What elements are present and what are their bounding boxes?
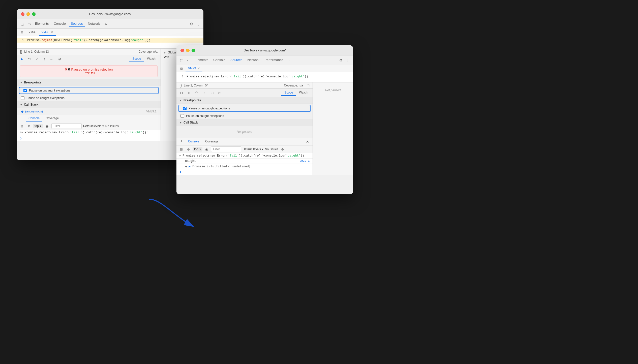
pause-caught-item-1[interactable]: Pause on caught exceptions (17, 95, 161, 101)
ban-icon-2[interactable]: ⊘ (186, 146, 191, 152)
tab-network-1[interactable]: Network (86, 21, 102, 27)
sidebar-toggle-icon-1[interactable]: ⊟ (19, 29, 25, 35)
maximize-button-2[interactable] (192, 49, 195, 52)
eye-icon-2[interactable]: ◉ (204, 146, 209, 152)
more-tabs-icon-2[interactable]: » (286, 57, 292, 63)
tab-sources-2[interactable]: Sources (228, 57, 245, 63)
close-button-1[interactable] (21, 12, 24, 16)
pause-uncaught-checkbox-1[interactable] (23, 89, 27, 92)
maximize-button-1[interactable] (32, 12, 36, 16)
format-icon-2[interactable]: {} (179, 83, 182, 87)
status-position-2: Line 1, Column 54 (184, 84, 208, 87)
scope-tab-2[interactable]: Scope (281, 90, 296, 96)
tab-console-1[interactable]: Console (52, 21, 68, 27)
device-icon-2[interactable]: ▭ (186, 57, 192, 63)
top-select-2[interactable]: top ▾ (193, 147, 202, 151)
top-select-1[interactable]: top ▾ (33, 124, 43, 128)
pause-caught-checkbox-2[interactable] (180, 114, 184, 118)
deactivate-btn-2[interactable]: ⊘ (216, 90, 222, 96)
console-output-1: ▶ Promise.reject(new Error('fail')).catc… (17, 130, 161, 141)
eye-icon-1[interactable]: ◉ (44, 123, 50, 129)
more-options-icon-2[interactable]: ⋮ (345, 57, 351, 63)
sidebar-toggle-icon-2[interactable]: ⊟ (178, 66, 185, 72)
pause-caught-item-2[interactable]: Pause on caught exceptions (176, 113, 313, 119)
tab-console-2[interactable]: Console (211, 57, 227, 63)
file-tab-vm39-close[interactable]: ✕ (51, 30, 53, 34)
breakpoints-section-2: ▼ Breakpoints Pause on uncaught exceptio… (176, 97, 313, 119)
expand-icon-2a[interactable]: ▶ (179, 154, 181, 157)
console-dots-2[interactable]: ⋮ (178, 139, 185, 145)
resume-btn-1[interactable]: ▶ (19, 56, 25, 62)
vm29-loc-2[interactable]: VM29:1 (299, 159, 310, 162)
device-icon[interactable]: ▭ (26, 21, 32, 27)
step-out-btn-1[interactable]: ↑ (42, 56, 48, 62)
pause-uncaught-item-1[interactable]: Pause on uncaught exceptions (19, 87, 159, 94)
window-controls-2[interactable] (180, 49, 195, 52)
step-btn-1[interactable]: →↓ (49, 56, 55, 62)
call-stack-label-2: Call Stack (184, 121, 198, 124)
more-tabs-icon-1[interactable]: » (103, 21, 109, 27)
file-tab-vm30[interactable]: VM30 (26, 29, 39, 36)
settings-gear-icon-1[interactable]: ⚙ (188, 21, 194, 27)
settings-gear-icon-2[interactable]: ⚙ (338, 57, 344, 63)
deactivate-btn-1[interactable]: ⊘ (57, 56, 63, 62)
call-stack-item-1[interactable]: ◆ (anonymous) VM39:1 (17, 108, 161, 115)
console-tab-2[interactable]: Console (186, 138, 202, 145)
code-content-1: Promise.reject(new Error('fail')).catch(… (27, 39, 150, 42)
tab-elements-1[interactable]: Elements (33, 21, 51, 27)
expand-icon-1[interactable]: ▶ (20, 131, 23, 134)
sidebar-toggle-console-1[interactable]: ⊟ (19, 123, 24, 129)
minimize-button-2[interactable] (186, 49, 190, 52)
step-out-btn-2[interactable]: →↓ (209, 90, 215, 96)
scope-tab-1[interactable]: Scope (129, 56, 144, 62)
columns-icon-2[interactable]: ⊟ (178, 90, 185, 96)
close-console-icon-2[interactable]: ✕ (305, 139, 311, 145)
step-over-btn-1[interactable]: ↷ (26, 56, 33, 62)
pause-uncaught-checkbox-2[interactable] (183, 107, 187, 110)
filter-input-2[interactable] (211, 146, 241, 152)
coverage-status-1: Coverage: n/a (139, 50, 158, 53)
coverage-icon-2[interactable]: ⬚ (307, 84, 310, 87)
coverage-tab-1[interactable]: Coverage (43, 115, 61, 122)
settings-icon-2[interactable]: ⚙ (280, 146, 285, 152)
main-toolbar-2: ⬚ ▭ Elements Console Sources Network Per… (176, 55, 353, 65)
default-levels-1[interactable]: Default levels ▾ (83, 124, 104, 128)
sidebar-toggle-console-2[interactable]: ⊟ (178, 146, 184, 152)
watch-tab-1[interactable]: Watch (144, 56, 159, 62)
resume-btn-2[interactable]: ▶ (186, 90, 192, 96)
titlebar-2: DevTools - www.google.com/ (176, 45, 353, 55)
tab-network-2[interactable]: Network (246, 57, 262, 63)
right-sidebar-2: Not paused (313, 82, 353, 175)
console-dots-1[interactable]: ⋮ (19, 115, 25, 122)
no-issues-1: No Issues (105, 124, 119, 128)
breakpoints-header-2[interactable]: ▼ Breakpoints (176, 97, 313, 104)
inspect-icon-2[interactable]: ⬚ (178, 57, 185, 63)
step-over-btn-2[interactable]: ↷ (194, 90, 200, 96)
breakpoints-header-1[interactable]: ▼ Breakpoints (17, 79, 161, 86)
pause-uncaught-item-2[interactable]: Pause on uncaught exceptions (178, 105, 311, 112)
close-button-2[interactable] (180, 49, 184, 52)
inspect-icon[interactable]: ⬚ (19, 21, 25, 27)
file-tab-vm29-close[interactable]: ✕ (197, 67, 200, 70)
console-tab-1[interactable]: Console (26, 115, 42, 122)
watch-tab-2[interactable]: Watch (296, 90, 311, 96)
file-tab-vm39[interactable]: VM39 ✕ (39, 29, 56, 36)
call-stack-header-2[interactable]: ▼ Call Stack (176, 119, 313, 126)
tab-sources-1[interactable]: Sources (69, 21, 85, 27)
filter-input-1[interactable] (51, 123, 82, 129)
file-tab-vm29[interactable]: VM29 ✕ (186, 65, 202, 72)
tab-performance-2[interactable]: Performance (262, 57, 285, 63)
step-into-btn-2[interactable]: ↑ (201, 90, 207, 96)
pause-caught-checkbox-1[interactable] (21, 96, 24, 100)
coverage-tab-2[interactable]: Coverage (203, 138, 221, 145)
more-options-icon-1[interactable]: ⋮ (195, 21, 201, 27)
tab-elements-2[interactable]: Elements (193, 57, 210, 63)
step-into-btn-1[interactable]: ↓ (33, 55, 41, 63)
format-icon-1[interactable]: {} (20, 50, 22, 54)
default-levels-2[interactable]: Default levels ▾ (243, 147, 263, 151)
call-stack-header-1[interactable]: ▼ Call Stack (17, 101, 161, 108)
window-controls-1[interactable] (21, 12, 36, 16)
minimize-button-1[interactable] (26, 12, 30, 16)
file-tab-vm30-label: VM30 (28, 30, 36, 34)
ban-icon-1[interactable]: ⊘ (26, 123, 32, 129)
